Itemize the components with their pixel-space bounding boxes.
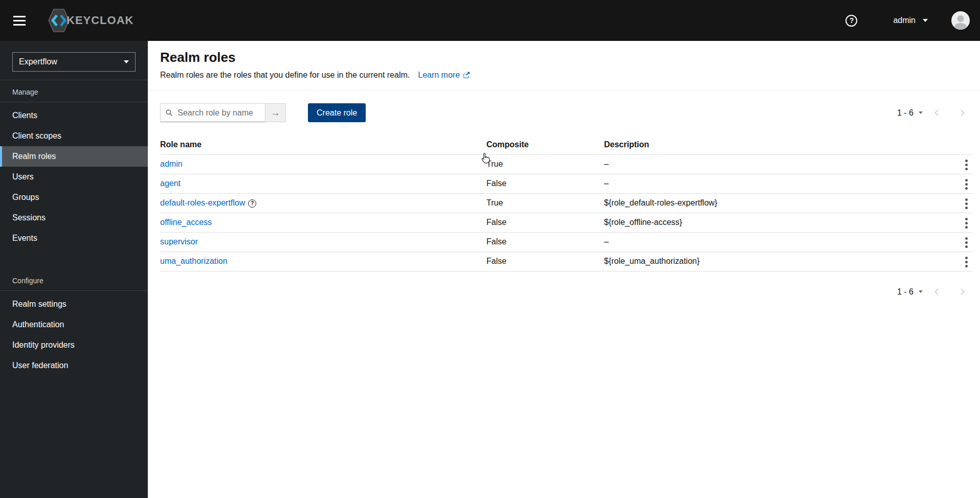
learn-more-link[interactable]: Learn more bbox=[418, 71, 470, 80]
description-value: – bbox=[604, 232, 940, 252]
role-name-link[interactable]: agent bbox=[160, 179, 181, 188]
description-value: – bbox=[604, 154, 940, 174]
role-name-link[interactable]: admin bbox=[160, 160, 183, 168]
pagination-range-toggle[interactable]: 1 - 6 bbox=[894, 108, 926, 118]
hamburger-menu-icon bbox=[13, 16, 26, 17]
row-actions-kebab-button[interactable] bbox=[960, 234, 973, 251]
main-content: Realm roles Realm roles are the roles th… bbox=[148, 41, 980, 498]
sidebar-item-users[interactable]: Users bbox=[0, 167, 148, 187]
chevron-right-icon bbox=[958, 109, 965, 116]
caret-down-icon bbox=[923, 19, 928, 22]
question-circle-icon: ? bbox=[845, 15, 857, 27]
pagination-range-toggle[interactable]: 1 - 6 bbox=[894, 287, 926, 297]
sidebar-item-sessions[interactable]: Sessions bbox=[0, 208, 148, 228]
username: admin bbox=[893, 16, 916, 25]
search-submit-button[interactable]: → bbox=[265, 104, 285, 122]
caret-down-icon bbox=[124, 60, 129, 63]
sidebar-item-groups[interactable]: Groups bbox=[0, 187, 148, 208]
role-name-link[interactable]: default-roles-expertflow bbox=[160, 198, 245, 207]
keycloak-logo[interactable]: KEYCLOAK bbox=[47, 8, 133, 33]
sidebar-item-label: Groups bbox=[12, 193, 39, 202]
sidebar-item-label: Events bbox=[12, 234, 37, 243]
role-name-link[interactable]: supervisor bbox=[160, 237, 198, 246]
page-subtitle-text: Realm roles are the roles that you defin… bbox=[160, 71, 410, 80]
composite-value: False bbox=[486, 213, 604, 232]
avatar[interactable] bbox=[951, 11, 970, 30]
sidebar: Expertflow ManageClientsClient scopesRea… bbox=[0, 41, 148, 498]
description-value: ${role_offline-access} bbox=[604, 213, 940, 232]
current-realm-name: Expertflow bbox=[19, 57, 57, 66]
table-row: adminTrue– bbox=[160, 154, 973, 174]
search-role-control: → bbox=[160, 103, 286, 122]
table-header-row: Role name Composite Description bbox=[160, 135, 973, 154]
keycloak-admin-console: KEYCLOAK ? admin Expertflow bbox=[0, 0, 980, 498]
table-row: uma_authorizationFalse${role_uma_authori… bbox=[160, 252, 973, 271]
realm-selector-wrap: Expertflow bbox=[0, 41, 148, 80]
search-input-wrap bbox=[161, 104, 265, 122]
help-button[interactable]: ? bbox=[842, 14, 860, 27]
pagination-range: 1 - 6 bbox=[897, 108, 914, 118]
column-header-actions bbox=[940, 135, 973, 154]
row-actions-kebab-button[interactable] bbox=[960, 215, 973, 232]
pagination-top: 1 - 6 bbox=[894, 104, 973, 122]
question-circle-icon[interactable]: ? bbox=[248, 199, 256, 208]
sidebar-item-label: Sessions bbox=[12, 213, 46, 222]
table-row: default-roles-expertflow?True${role_defa… bbox=[160, 193, 973, 213]
sidebar-item-label: Realm roles bbox=[12, 152, 56, 161]
sidebar-item-label: Clients bbox=[12, 111, 37, 120]
row-actions-kebab-button[interactable] bbox=[960, 156, 973, 173]
table-row: supervisorFalse– bbox=[160, 232, 973, 252]
role-name-link[interactable]: uma_authorization bbox=[160, 257, 228, 265]
sidebar-item-user-federation[interactable]: User federation bbox=[0, 355, 148, 376]
user-menu-button[interactable]: admin bbox=[890, 15, 931, 26]
sidebar-nav: ManageClientsClient scopesRealm rolesUse… bbox=[0, 80, 148, 376]
topbar: KEYCLOAK ? admin bbox=[0, 0, 980, 41]
sidebar-item-realm-roles[interactable]: Realm roles bbox=[0, 146, 148, 167]
sidebar-item-label: Realm settings bbox=[12, 300, 66, 309]
sidebar-item-clients[interactable]: Clients bbox=[0, 105, 148, 126]
sidebar-item-label: Users bbox=[12, 172, 34, 182]
sidebar-item-client-scopes[interactable]: Client scopes bbox=[0, 126, 148, 146]
pagination-next-button[interactable] bbox=[949, 104, 973, 122]
realm-selector[interactable]: Expertflow bbox=[12, 52, 136, 72]
external-link-icon bbox=[463, 72, 470, 79]
composite-value: True bbox=[486, 193, 604, 213]
row-actions-kebab-button[interactable] bbox=[960, 254, 973, 270]
search-role-input[interactable] bbox=[176, 108, 260, 118]
hamburger-menu-button[interactable] bbox=[9, 10, 30, 31]
sidebar-item-label: Client scopes bbox=[12, 131, 61, 141]
nav-section-title: Manage bbox=[0, 80, 148, 102]
description-value: – bbox=[604, 174, 940, 193]
nav-section: ManageClientsClient scopesRealm rolesUse… bbox=[0, 80, 148, 248]
chevron-left-icon bbox=[934, 288, 941, 295]
sidebar-item-events[interactable]: Events bbox=[0, 228, 148, 248]
create-role-button[interactable]: Create role bbox=[308, 103, 366, 122]
page-title: Realm roles bbox=[160, 50, 968, 65]
composite-value: True bbox=[486, 154, 604, 174]
sidebar-item-realm-settings[interactable]: Realm settings bbox=[0, 294, 148, 314]
composite-value: False bbox=[486, 252, 604, 271]
page-header: Realm roles Realm roles are the roles th… bbox=[148, 41, 980, 90]
table-row: offline_accessFalse${role_offline-access… bbox=[160, 213, 973, 232]
column-header-description: Description bbox=[604, 135, 940, 154]
chevron-right-icon bbox=[958, 288, 965, 295]
composite-value: False bbox=[486, 232, 604, 252]
sidebar-item-label: Identity providers bbox=[12, 341, 75, 350]
page-subtitle: Realm roles are the roles that you defin… bbox=[160, 71, 968, 80]
row-actions-kebab-button[interactable] bbox=[960, 195, 973, 212]
role-name-link[interactable]: offline_access bbox=[160, 218, 212, 227]
pagination-range: 1 - 6 bbox=[897, 287, 914, 297]
sidebar-item-label: Authentication bbox=[12, 320, 64, 329]
sidebar-item-authentication[interactable]: Authentication bbox=[0, 314, 148, 335]
chevron-left-icon bbox=[934, 109, 941, 116]
sidebar-item-identity-providers[interactable]: Identity providers bbox=[0, 335, 148, 355]
roles-toolbar: → Create role 1 - 6 bbox=[160, 103, 973, 122]
pagination-next-button[interactable] bbox=[949, 283, 973, 301]
composite-value: False bbox=[486, 174, 604, 193]
pagination-bottom: 1 - 6 bbox=[160, 283, 973, 301]
row-actions-kebab-button[interactable] bbox=[960, 176, 973, 193]
pagination-prev-button[interactable] bbox=[926, 104, 949, 122]
pagination-prev-button[interactable] bbox=[926, 283, 949, 301]
caret-down-icon bbox=[919, 290, 923, 293]
nav-section-title: Configure bbox=[0, 269, 148, 291]
